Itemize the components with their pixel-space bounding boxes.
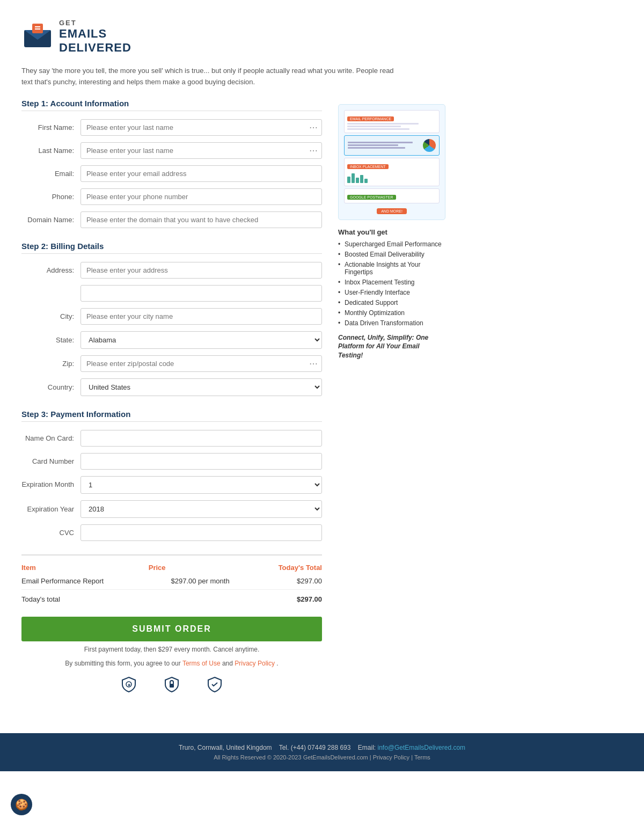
security-icons: ★	[21, 676, 322, 696]
terms-link[interactable]: Terms of Use	[182, 660, 221, 667]
terms-text: By submitting this form, you agree to ou…	[21, 659, 322, 668]
badge-email-performance: EMAIL PERFORMANCE	[347, 116, 394, 121]
domain-row: Domain Name:	[21, 211, 322, 228]
domain-input[interactable]	[80, 211, 322, 228]
exp-year-select[interactable]: 201820192020 202120222023 20242025	[80, 500, 322, 518]
city-label: City:	[21, 312, 80, 320]
bar-3	[356, 178, 359, 183]
main-dash-line-3	[348, 147, 405, 149]
card-number-row: Card Number	[21, 453, 322, 470]
country-select[interactable]: United States United Kingdom Canada Aust…	[80, 378, 322, 396]
name-on-card-row: Name On Card:	[21, 430, 322, 447]
exp-month-row: Expiration Month 1234 5678 9101112	[21, 476, 322, 494]
main-content: Step 1: Account Information First Name: …	[11, 99, 633, 706]
dash-pie-chart	[423, 139, 436, 152]
exp-year-label: Expiration Year	[21, 505, 80, 513]
footer-copyright: All Rights Reserved © 2020-2023 GetEmail…	[11, 754, 633, 761]
card-number-label: Card Number	[21, 457, 80, 465]
tagline: They say 'the more you tell, the more yo…	[11, 60, 408, 99]
today-total-row: Today's total $297.00	[21, 595, 322, 603]
last-name-label: Last Name:	[21, 147, 80, 155]
privacy-link[interactable]: Privacy Policy	[235, 660, 275, 667]
address2-input[interactable]	[80, 285, 322, 302]
footer-email-link[interactable]: info@GetEmailsDelivered.com	[377, 744, 465, 751]
last-name-icon: ⋯	[309, 145, 318, 156]
badge-gp: GOOGLE POSTMASTER	[347, 195, 396, 200]
today-total-label: Today's total	[21, 595, 60, 603]
exp-month-select[interactable]: 1234 5678 9101112	[80, 476, 322, 494]
logo: GET EMAILS DELIVERED	[21, 19, 131, 55]
header: GET EMAILS DELIVERED	[11, 11, 633, 60]
terms-prefix: By submitting this form, you agree to ou…	[65, 660, 182, 667]
name-on-card-label: Name On Card:	[21, 434, 80, 442]
sidebar-image-area: EMAIL PERFORMANCE	[338, 104, 445, 220]
step1-block: Step 1: Account Information First Name: …	[21, 99, 322, 228]
bar-1	[347, 177, 350, 183]
zip-row: Zip: ⋯	[21, 355, 322, 372]
phone-label: Phone:	[21, 193, 80, 201]
sidebar-feature-item: User-Friendly Interface	[338, 289, 445, 296]
dash-line-2	[347, 126, 401, 127]
step3-block: Step 3: Payment Information Name On Card…	[21, 410, 322, 541]
shield-check-icon	[207, 676, 223, 696]
sidebar-what-title: What you'll get	[338, 228, 445, 236]
first-name-icon: ⋯	[309, 122, 318, 133]
google-postmaster-card: GOOGLE POSTMASTER	[344, 188, 440, 203]
badge-inbox: INBOX PLACEMENT	[347, 164, 389, 169]
card-number-input[interactable]	[80, 453, 322, 470]
step1-title: Step 1: Account Information	[21, 99, 322, 111]
city-input[interactable]	[80, 308, 322, 325]
cvc-input[interactable]	[80, 524, 322, 541]
badge-more: AND MORE!	[377, 208, 407, 214]
submit-button[interactable]: SUBMIT ORDER	[21, 617, 322, 641]
footer-phone: Tel. (+44) 07449 288 693	[279, 744, 351, 751]
svg-text:★: ★	[127, 683, 131, 688]
terms-period: .	[276, 660, 278, 667]
main-dash-lines	[348, 142, 420, 149]
name-on-card-input[interactable]	[80, 430, 322, 447]
email-input[interactable]	[80, 165, 322, 182]
footer: Truro, Cornwall, United Kingdom Tel. (+4…	[0, 733, 644, 771]
bar-5	[364, 179, 368, 183]
order-item-total: $297.00	[297, 577, 322, 585]
first-name-input[interactable]	[80, 119, 322, 136]
sidebar-feature-item: Dedicated Support	[338, 299, 445, 306]
payment-note: First payment today, then $297 every mon…	[21, 646, 322, 653]
footer-contact: Truro, Cornwall, United Kingdom Tel. (+4…	[11, 744, 633, 751]
sidebar-feature-item: Data Driven Transformation	[338, 319, 445, 327]
phone-input[interactable]	[80, 188, 322, 205]
sidebar-feature-list: Supercharged Email PerformanceBoosted Em…	[338, 240, 445, 327]
footer-address: Truro, Cornwall, United Kingdom	[179, 744, 272, 751]
cvc-row: CVC	[21, 524, 322, 541]
shield-badge-icon: ★	[121, 676, 137, 696]
address-input[interactable]	[80, 262, 322, 279]
logo-emails: EMAILS	[59, 27, 131, 41]
country-label: Country:	[21, 383, 80, 391]
exp-month-label: Expiration Month	[21, 480, 80, 489]
state-select[interactable]: Alabama Alaska Arizona Arkansas Californ…	[80, 331, 322, 349]
sidebar-feature-item: Boosted Email Deliverability	[338, 251, 445, 258]
logo-text: GET EMAILS DELIVERED	[59, 19, 131, 55]
order-header-total: Today's Total	[279, 564, 322, 572]
zip-label: Zip:	[21, 360, 80, 368]
and-more-badge-wrapper: AND MORE!	[344, 206, 440, 214]
cvc-label: CVC	[21, 529, 80, 537]
sidebar: EMAIL PERFORMANCE	[338, 99, 445, 706]
country-row: Country: United States United Kingdom Ca…	[21, 378, 322, 396]
today-total-amount: $297.00	[297, 595, 322, 603]
zip-input[interactable]	[80, 355, 322, 372]
sidebar-cta: Connect, Unify, Simplify: One Platform f…	[338, 333, 445, 360]
last-name-input-wrapper: ⋯	[80, 142, 322, 159]
terms-and: and	[222, 660, 235, 667]
step2-block: Step 2: Billing Details Address: City: S…	[21, 242, 322, 396]
dash-lines	[347, 123, 436, 130]
last-name-input[interactable]	[80, 142, 322, 159]
order-row-1: Email Performance Report $297.00 per mon…	[21, 577, 322, 590]
sidebar-feature-item: Supercharged Email Performance	[338, 240, 445, 248]
first-name-input-wrapper: ⋯	[80, 119, 322, 136]
step2-title: Step 2: Billing Details	[21, 242, 322, 254]
domain-label: Domain Name:	[21, 216, 80, 224]
order-header-item: Item	[21, 564, 36, 572]
phone-row: Phone:	[21, 188, 322, 205]
svg-rect-7	[170, 684, 174, 688]
